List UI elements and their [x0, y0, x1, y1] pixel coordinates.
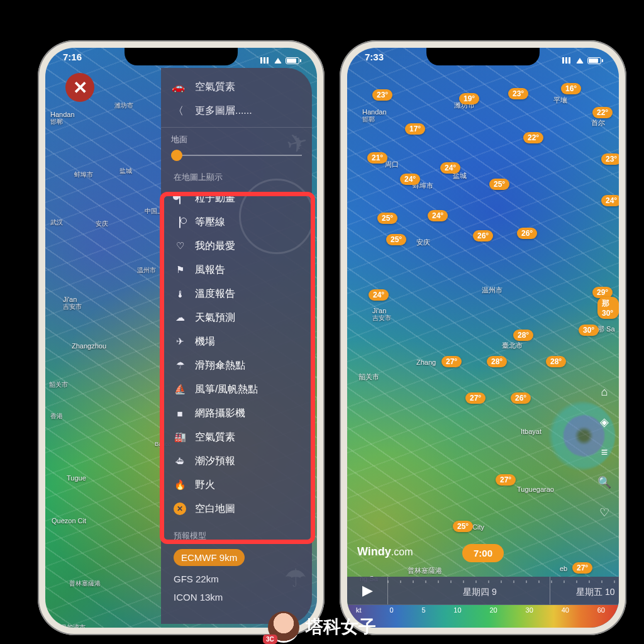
- temperature-pill[interactable]: 17°: [405, 123, 425, 135]
- option-label: 滑翔傘熱點: [195, 359, 245, 372]
- model-option[interactable]: ECMWF 9km: [174, 549, 245, 566]
- temperature-pill[interactable]: 27°: [496, 474, 516, 486]
- option-temp-report[interactable]: 🌡溫度報告: [174, 284, 299, 304]
- option-tide-forecast[interactable]: ⛴潮汐預報: [174, 451, 299, 471]
- wifi-icon: [274, 58, 282, 64]
- tide-forecast-icon: ⛴: [174, 456, 186, 467]
- option-forecast[interactable]: ☁天氣預測: [174, 308, 299, 328]
- altitude-slider[interactable]: [161, 147, 312, 164]
- temperature-pill[interactable]: 28°: [513, 330, 533, 341]
- battery-icon: [286, 57, 299, 64]
- option-label: 風報告: [195, 264, 225, 277]
- temperature-pill[interactable]: 25°: [453, 521, 473, 532]
- right-toolbar: ⌂ ◈ ≡ 🔍 ♡: [596, 384, 613, 521]
- favorite-button[interactable]: ♡: [596, 504, 613, 521]
- temperature-pill[interactable]: 27°: [441, 356, 462, 367]
- temperature-pill[interactable]: 25°: [489, 179, 509, 190]
- option-label: 等壓線: [195, 216, 225, 229]
- globe-bg-icon: [239, 179, 312, 254]
- city-label: Tugue: [67, 474, 86, 482]
- option-airports[interactable]: ✈機場: [174, 331, 299, 352]
- city-label: 香港: [50, 413, 63, 421]
- option-webcam[interactable]: ■網路攝影機: [174, 403, 299, 423]
- location-button[interactable]: ◈: [596, 414, 613, 430]
- air-quality-row[interactable]: 🚗 空氣質素: [171, 75, 302, 99]
- city-label: 平壤: [553, 96, 567, 105]
- city-label: Ji'an吉安市: [63, 296, 82, 311]
- option-empty-map[interactable]: ✕空白地圖: [174, 499, 299, 519]
- temperature-pill[interactable]: 23°: [372, 89, 392, 101]
- temperature-pill[interactable]: 24°: [369, 289, 389, 301]
- temperature-pill[interactable]: 22°: [523, 132, 543, 143]
- more-layers-row[interactable]: 〈 更多圖層......: [171, 99, 302, 123]
- status-right: [260, 52, 299, 69]
- day-separator: [550, 577, 550, 604]
- option-wildfire[interactable]: 🔥野火: [174, 475, 299, 495]
- city-label: 盐城: [119, 167, 132, 175]
- time-pill[interactable]: 7:00: [462, 544, 504, 562]
- city-label: Tuguegarao: [517, 486, 554, 493]
- wifi-icon: [576, 58, 584, 64]
- home-button[interactable]: ⌂: [596, 384, 613, 400]
- slider-knob[interactable]: [171, 150, 182, 161]
- temperature-pill[interactable]: 那 30°: [597, 297, 619, 319]
- temperature-pill[interactable]: 26°: [473, 230, 493, 242]
- paragliding-icon: ☂: [174, 360, 186, 371]
- temperature-pill[interactable]: 24°: [601, 195, 619, 206]
- temperature-pill[interactable]: 26°: [517, 228, 537, 239]
- model-option[interactable]: ICON 13km: [174, 592, 299, 602]
- timeline-day[interactable]: 星期四 9: [463, 587, 497, 598]
- signal-icon: [562, 57, 572, 64]
- battery-icon: [587, 57, 601, 64]
- timeline[interactable]: ▶ 星期四 9星期五 10: [347, 577, 619, 605]
- status-time: 7:16: [63, 52, 82, 69]
- temperature-pill[interactable]: 22°: [592, 107, 613, 118]
- play-button[interactable]: ▶: [347, 582, 387, 599]
- city-label: 蚌埠市: [74, 171, 93, 179]
- temperature-pill[interactable]: 26°: [511, 392, 531, 404]
- temperature-pill[interactable]: 25°: [386, 234, 406, 245]
- color-scale: kt051020304060: [347, 605, 619, 628]
- temperature-pill[interactable]: 24°: [400, 174, 420, 185]
- city-label: 普林塞薩港: [69, 580, 101, 588]
- option-air-quality[interactable]: 🏭空氣質素: [174, 427, 299, 447]
- option-label: 空白地圖: [195, 502, 235, 516]
- menu-button[interactable]: ≡: [596, 444, 613, 460]
- option-kite-windsurf[interactable]: ⛵風箏/風帆熱點: [174, 379, 299, 399]
- temperature-pill[interactable]: 30°: [579, 325, 599, 336]
- day-separator: [387, 577, 388, 604]
- empty-map-icon: ✕: [174, 502, 186, 515]
- temperature-pill[interactable]: 23°: [601, 153, 619, 165]
- temperature-pill[interactable]: 21°: [367, 152, 387, 164]
- close-button[interactable]: ✕: [65, 73, 94, 102]
- model-option[interactable]: GFS 22km: [174, 574, 299, 584]
- city-label: eb: [560, 565, 567, 572]
- temperature-pill[interactable]: 16°: [561, 83, 581, 94]
- watermark-avatar: 3C: [268, 611, 299, 643]
- scale-tick: 40: [562, 606, 569, 614]
- search-button[interactable]: 🔍: [596, 474, 613, 491]
- timeline-day[interactable]: 星期五 10: [576, 587, 614, 598]
- scale-tick: 0: [389, 606, 393, 614]
- temperature-pill[interactable]: 25°: [377, 213, 397, 224]
- scale-tick: 60: [597, 606, 605, 614]
- temperature-pill[interactable]: 28°: [546, 356, 566, 367]
- timeline-ticks[interactable]: 星期四 9星期五 10: [387, 577, 619, 604]
- option-wind-report[interactable]: ⚑風報告: [174, 260, 299, 280]
- temperature-pill[interactable]: 28°: [487, 356, 507, 367]
- temperature-pill[interactable]: 23°: [508, 88, 528, 99]
- city-label: 安庆: [416, 238, 430, 247]
- chevron-left-icon: 〈: [171, 104, 185, 118]
- option-label: 風箏/風帆熱點: [195, 383, 258, 396]
- temperature-pill[interactable]: 24°: [428, 210, 448, 221]
- temperature-pill[interactable]: 27°: [465, 392, 486, 404]
- particle-animation-icon: [174, 193, 186, 204]
- notch: [125, 48, 238, 65]
- temperature-pill[interactable]: 27°: [572, 562, 592, 574]
- city-label: Zhangzhou: [72, 342, 106, 350]
- temperature-pill[interactable]: 19°: [459, 93, 479, 104]
- temperature-pill[interactable]: 24°: [440, 162, 460, 174]
- forecast-icon: ☁: [174, 312, 186, 323]
- scale-tick: 20: [489, 606, 497, 614]
- option-paragliding[interactable]: ☂滑翔傘熱點: [174, 355, 299, 375]
